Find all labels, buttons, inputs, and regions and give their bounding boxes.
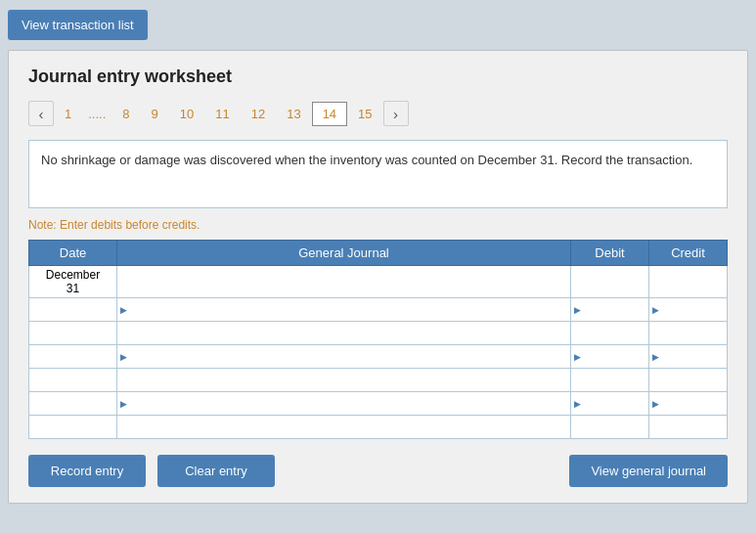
credit-input-4[interactable] bbox=[649, 345, 727, 368]
journal-input-1[interactable] bbox=[117, 266, 570, 297]
credit-cell-5[interactable] bbox=[649, 369, 728, 392]
table-row bbox=[29, 369, 728, 392]
worksheet-title: Journal entry worksheet bbox=[28, 67, 728, 87]
journal-input-7[interactable] bbox=[117, 416, 570, 438]
debit-input-5[interactable] bbox=[571, 369, 648, 391]
col-debit: Debit bbox=[571, 241, 649, 266]
journal-cell-3[interactable] bbox=[117, 322, 571, 345]
credit-input-7[interactable] bbox=[649, 416, 727, 438]
debit-cell-2[interactable]: ▶ bbox=[571, 298, 649, 322]
col-credit: Credit bbox=[649, 241, 728, 266]
instruction-text: No shrinkage or damage was discovered wh… bbox=[41, 153, 692, 167]
credit-cell-3[interactable] bbox=[649, 322, 728, 345]
table-row bbox=[29, 322, 728, 345]
journal-input-5[interactable] bbox=[117, 369, 570, 391]
view-transaction-button[interactable]: View transaction list bbox=[8, 10, 148, 40]
credit-cell-2[interactable]: ▶ bbox=[649, 298, 728, 322]
pagination-next[interactable]: › bbox=[383, 101, 409, 126]
debit-input-4[interactable] bbox=[571, 345, 648, 368]
date-cell-3 bbox=[29, 322, 117, 345]
journal-cell-6[interactable]: ▶ bbox=[117, 392, 571, 416]
date-cell: December31 bbox=[29, 266, 117, 298]
debit-cell-3[interactable] bbox=[571, 322, 649, 345]
debit-input-3[interactable] bbox=[571, 322, 648, 344]
debit-cell-4[interactable]: ▶ bbox=[571, 345, 649, 369]
pagination: ‹ 1 ..... 8 9 10 11 12 13 14 15 › bbox=[28, 101, 728, 126]
col-date: Date bbox=[29, 241, 117, 266]
debit-input-6[interactable] bbox=[571, 392, 648, 415]
journal-input-6[interactable] bbox=[117, 392, 570, 415]
table-row: ▶ ▶ ▶ bbox=[29, 345, 728, 369]
credit-cell-7[interactable] bbox=[649, 416, 728, 439]
credit-cell-1[interactable] bbox=[649, 266, 728, 298]
debit-input-7[interactable] bbox=[571, 416, 648, 438]
credit-input-6[interactable] bbox=[649, 392, 727, 415]
page-ellipsis: ..... bbox=[82, 103, 111, 125]
journal-input-2[interactable] bbox=[117, 298, 570, 321]
credit-input-3[interactable] bbox=[649, 322, 727, 344]
debit-cell-1[interactable] bbox=[571, 266, 649, 298]
page-10[interactable]: 10 bbox=[169, 102, 204, 126]
page-15[interactable]: 15 bbox=[347, 102, 382, 126]
page-11[interactable]: 11 bbox=[204, 102, 240, 126]
journal-cell-5[interactable] bbox=[117, 369, 571, 392]
credit-cell-6[interactable]: ▶ bbox=[649, 392, 728, 416]
date-cell-6 bbox=[29, 392, 117, 416]
bottom-buttons: Record entry Clear entry View general jo… bbox=[28, 455, 728, 487]
journal-input-3[interactable] bbox=[117, 322, 570, 344]
date-cell-2 bbox=[29, 298, 117, 322]
debit-input-2[interactable] bbox=[571, 298, 648, 321]
main-container: Journal entry worksheet ‹ 1 ..... 8 9 10… bbox=[8, 50, 748, 504]
instruction-box: No shrinkage or damage was discovered wh… bbox=[28, 140, 728, 208]
credit-input-5[interactable] bbox=[649, 369, 727, 391]
credit-cell-4[interactable]: ▶ bbox=[649, 345, 728, 369]
credit-input-2[interactable] bbox=[649, 298, 727, 321]
journal-input-4[interactable] bbox=[117, 345, 570, 368]
page-12[interactable]: 12 bbox=[241, 102, 276, 126]
note-text: Note: Enter debits before credits. bbox=[28, 218, 728, 232]
table-row: December31 bbox=[29, 266, 728, 298]
record-entry-button[interactable]: Record entry bbox=[28, 455, 146, 487]
debit-cell-7[interactable] bbox=[571, 416, 649, 439]
journal-cell-1[interactable] bbox=[117, 266, 571, 298]
credit-input-1[interactable] bbox=[649, 266, 727, 297]
page-9[interactable]: 9 bbox=[141, 102, 169, 126]
date-cell-7 bbox=[29, 416, 117, 439]
debit-cell-5[interactable] bbox=[571, 369, 649, 392]
debit-input-1[interactable] bbox=[571, 266, 648, 297]
date-cell-5 bbox=[29, 369, 117, 392]
debit-cell-6[interactable]: ▶ bbox=[571, 392, 649, 416]
journal-cell-4[interactable]: ▶ bbox=[117, 345, 571, 369]
view-general-journal-button[interactable]: View general journal bbox=[569, 455, 728, 487]
clear-entry-button[interactable]: Clear entry bbox=[157, 455, 275, 487]
journal-cell-2[interactable]: ▶ bbox=[117, 298, 571, 322]
journal-table: Date General Journal Debit Credit Decemb… bbox=[28, 240, 728, 439]
table-row: ▶ ▶ ▶ bbox=[29, 392, 728, 416]
table-row bbox=[29, 416, 728, 439]
col-journal: General Journal bbox=[117, 241, 571, 266]
journal-cell-7[interactable] bbox=[117, 416, 571, 439]
date-cell-4 bbox=[29, 345, 117, 369]
page-13[interactable]: 13 bbox=[276, 102, 311, 126]
page-1[interactable]: 1 bbox=[54, 102, 82, 126]
table-row: ▶ ▶ ▶ bbox=[29, 298, 728, 322]
page-14[interactable]: 14 bbox=[312, 102, 347, 126]
page-8[interactable]: 8 bbox=[111, 102, 140, 126]
pagination-prev[interactable]: ‹ bbox=[28, 101, 54, 126]
